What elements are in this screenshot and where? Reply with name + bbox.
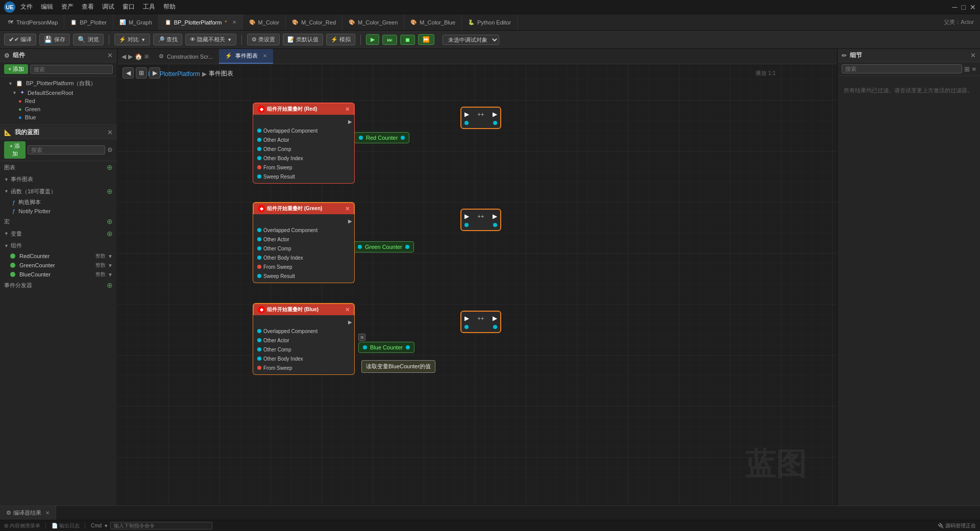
window-maximize[interactable]: □	[962, 3, 966, 11]
canvas-area[interactable]: ◀ ▶ 🏠 ⊞ ⚙ Construction Scr... ⚡ 事件图表 ✕ B…	[117, 49, 837, 505]
green-event-sweep-result-pin[interactable]: Sweep Result	[253, 271, 354, 281]
blue-event-close-icon[interactable]: ✕	[345, 307, 350, 313]
tab-bp-plotter[interactable]: 📋 BP_Plotter	[64, 14, 113, 30]
menu-help[interactable]: 帮助	[163, 3, 176, 11]
red-add-out-pin[interactable]	[493, 121, 497, 125]
red-event-sweep-result-pin[interactable]: Sweep Result	[253, 172, 354, 181]
green-event-close-icon[interactable]: ✕	[345, 206, 350, 212]
tab-construction-script[interactable]: ⚙ Construction Scr...	[153, 49, 219, 64]
red-event-node[interactable]: ◆ 组件开始重叠时 (Red) ✕ ▶ Overlapped Component…	[253, 103, 355, 184]
back-arrow-icon[interactable]: ◀	[121, 53, 126, 60]
forward-arrow-icon[interactable]: ▶	[128, 53, 133, 60]
menu-window[interactable]: 窗口	[122, 3, 135, 11]
grid-view-icon[interactable]: ⊞	[964, 65, 970, 73]
compare-button[interactable]: ⚡ 对比 ▼	[114, 34, 150, 45]
cmd-input[interactable]	[110, 522, 212, 529]
tab-event-graph[interactable]: ⚡ 事件图表 ✕	[219, 49, 273, 64]
blue-add-exec-in[interactable]: ▶	[464, 315, 469, 322]
green-event-other-comp-pin[interactable]: Other Comp	[253, 244, 354, 253]
section-header-components-vars[interactable]: ▼ 组件	[0, 240, 117, 251]
details-search-input[interactable]	[842, 64, 962, 73]
var-expand-icon2[interactable]: ▼	[108, 263, 113, 268]
blue-counter-node[interactable]: Blue Counter	[358, 342, 414, 353]
green-add-out-pin[interactable]	[493, 223, 497, 227]
window-close[interactable]: ✕	[970, 3, 976, 11]
output-log-button[interactable]: 📄 输出日志	[52, 522, 80, 529]
blue-event-other-actor-pin[interactable]: Other Actor	[253, 336, 354, 345]
tree-item-blue[interactable]: ● Blue	[0, 113, 117, 121]
blue-add-node[interactable]: ▶ ++ ▶	[460, 311, 501, 333]
section-header-variables[interactable]: ▼ 变量 ⊕	[0, 227, 117, 240]
add-macro-icon[interactable]: ⊕	[107, 217, 113, 225]
menu-debug[interactable]: 调试	[102, 3, 114, 11]
tab-close-bp[interactable]: ✕	[232, 19, 236, 25]
home-icon[interactable]: 🏠	[135, 53, 142, 60]
blue-event-other-body-pin[interactable]: Other Body Index	[253, 354, 354, 363]
red-add-in-pin[interactable]	[464, 121, 469, 125]
red-event-exec-pin[interactable]: ▶	[253, 117, 354, 126]
step-forward-button[interactable]: ⏭	[382, 35, 397, 45]
menu-tools[interactable]: 工具	[143, 3, 155, 11]
red-event-other-body-pin[interactable]: Other Body Index	[253, 154, 354, 163]
red-add-exec-out[interactable]: ▶	[493, 111, 497, 118]
red-counter-node[interactable]: Red Counter	[354, 132, 409, 143]
debug-object-select[interactable]: 未选中调试对象	[443, 35, 499, 45]
blue-add-out-pin[interactable]	[493, 325, 497, 329]
red-event-close-icon[interactable]: ✕	[345, 106, 350, 113]
blue-add-in-pin[interactable]	[464, 325, 469, 329]
class-settings-button[interactable]: ⚙ 类设置	[247, 34, 280, 45]
simulate-button[interactable]: ⚡ 模拟	[326, 34, 355, 45]
compiler-tab-close[interactable]: ✕	[45, 510, 50, 516]
red-event-from-sweep-pin[interactable]: From Sweep	[253, 163, 354, 172]
browse-button[interactable]: 🔍 浏览	[73, 34, 104, 45]
green-add-node[interactable]: ▶ ++ ▶	[460, 209, 501, 231]
section-header-event-dispatchers[interactable]: 事件分发器 ⊕	[0, 279, 117, 291]
add-function-icon[interactable]: ⊕	[107, 187, 113, 195]
hide-unrelated-button[interactable]: 👁 隐藏不相关 ▼	[185, 34, 236, 45]
tab-m-color-green[interactable]: 🎨 M_Color_Green	[342, 14, 404, 30]
find-button[interactable]: 🔎 查找	[153, 34, 182, 45]
section-header-functions[interactable]: ▼ 函数（18可覆盖） ⊕	[0, 185, 117, 197]
my-blueprints-add-button[interactable]: + 添加	[4, 141, 26, 159]
tab-m-graph[interactable]: 📊 M_Graph	[113, 14, 159, 30]
components-search-input[interactable]	[30, 65, 113, 74]
save-button[interactable]: 💾 保存	[39, 34, 70, 45]
tab-bp-plotterplatform[interactable]: 📋 BP_PlotterPlatform * ✕	[159, 14, 243, 30]
blue-event-from-sweep-pin[interactable]: From Sweep	[253, 363, 354, 372]
green-add-exec-out[interactable]: ▶	[493, 213, 497, 220]
tab-thirdpersonmap[interactable]: 🗺 ThirdPersonMap	[2, 14, 64, 30]
section-header-graphs[interactable]: 图表 ⊕	[0, 161, 117, 173]
add-variable-icon[interactable]: ⊕	[107, 230, 113, 238]
red-add-exec-in[interactable]: ▶	[464, 111, 469, 118]
class-defaults-button[interactable]: 📝 类默认值	[283, 34, 323, 45]
canvas-plus-button[interactable]: ⊞	[136, 67, 147, 79]
details-close[interactable]: ✕	[970, 52, 976, 59]
green-event-other-body-pin[interactable]: Other Body Index	[253, 253, 354, 262]
tab-m-color[interactable]: 🎨 M_Color	[243, 14, 286, 30]
bottom-tab-compiler[interactable]: ⚙ 编译器结果 ✕	[0, 506, 56, 520]
tree-item-red[interactable]: ● Red	[0, 97, 117, 105]
tree-item-defaultsceneroot[interactable]: ▼ ✦ DefaultSceneRoot	[0, 88, 117, 97]
menu-edit[interactable]: 编辑	[41, 3, 53, 11]
my-blueprints-search-input[interactable]	[28, 145, 105, 155]
green-event-overlapped-pin[interactable]: Overlapped Component	[253, 225, 354, 235]
red-add-node[interactable]: ▶ ++ ▶	[460, 107, 501, 129]
stop-button[interactable]: ⏹	[400, 35, 415, 45]
event-graph-tab-close[interactable]: ✕	[263, 53, 267, 59]
var-expand-icon3[interactable]: ▼	[108, 272, 113, 277]
menu-file[interactable]: 文件	[20, 3, 33, 11]
green-event-from-sweep-pin[interactable]: From Sweep	[253, 262, 354, 271]
function-notify-plotter[interactable]: ƒ Notify Plotter	[0, 207, 117, 215]
green-event-node[interactable]: ◆ 组件开始重叠时 (Green) ✕ ▶ Overlapped Compone…	[253, 202, 355, 283]
green-add-in-pin[interactable]	[464, 223, 469, 227]
red-event-other-actor-pin[interactable]: Other Actor	[253, 135, 354, 144]
green-counter-node[interactable]: Green Counter	[353, 241, 414, 252]
blue-event-overlapped-pin[interactable]: Overlapped Component	[253, 326, 354, 336]
blue-event-node[interactable]: ◆ 组件开始重叠时 (Blue) ✕ ▶ Overlapped Componen…	[253, 303, 355, 375]
tree-item-green[interactable]: ● Green	[0, 105, 117, 113]
menu-view[interactable]: 查看	[82, 3, 94, 11]
green-add-exec-in[interactable]: ▶	[464, 213, 469, 220]
my-blueprints-close[interactable]: ✕	[107, 129, 113, 136]
content-drawer-button[interactable]: ⊞ 内容侧滑菜单	[4, 522, 40, 529]
add-dispatcher-icon[interactable]: ⊕	[107, 281, 113, 289]
